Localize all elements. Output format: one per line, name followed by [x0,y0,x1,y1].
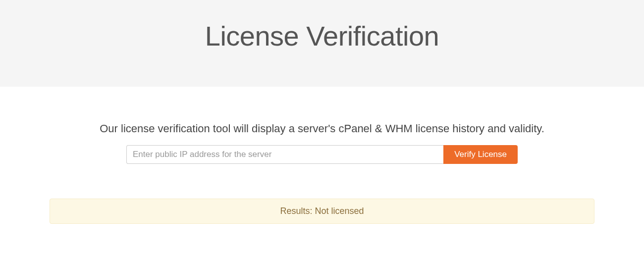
description-text: Our license verification tool will displ… [50,122,594,135]
verify-license-button[interactable]: Verify License [443,145,518,164]
page-title: License Verification [0,20,644,52]
main-content: Our license verification tool will displ… [25,122,619,224]
verify-form: Verify License [126,145,518,164]
header-section: License Verification [0,0,644,87]
result-message: Results: Not licensed [50,199,594,224]
ip-address-input[interactable] [126,145,443,164]
